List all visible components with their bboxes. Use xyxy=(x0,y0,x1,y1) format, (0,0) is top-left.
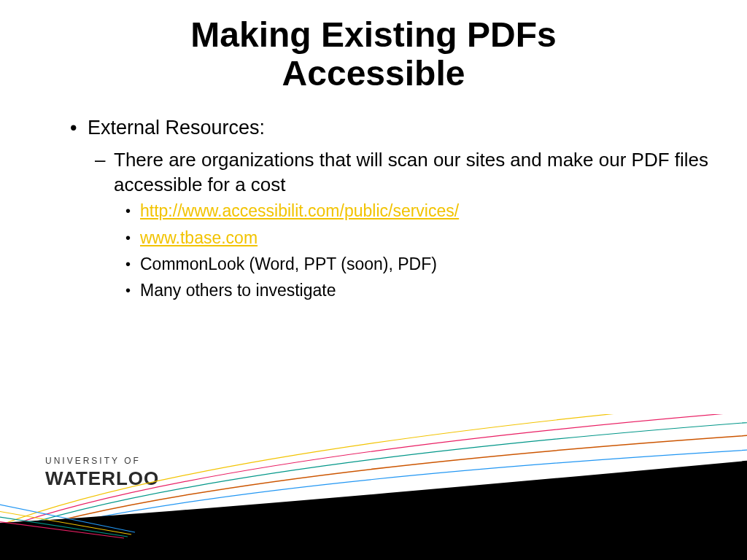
external-link[interactable]: www.tbase.com xyxy=(140,228,258,247)
title-line-1: Making Existing PDFs xyxy=(190,15,556,54)
list-item: There are organizations that will scan o… xyxy=(114,147,718,302)
list-item: External Resources: There are organizati… xyxy=(88,115,718,302)
list-item: http://www.accessibilit.com/public/servi… xyxy=(140,200,718,222)
sub-list: There are organizations that will scan o… xyxy=(88,147,718,302)
title-line-2: Accessible xyxy=(282,54,465,93)
external-link[interactable]: http://www.accessibilit.com/public/servi… xyxy=(140,201,459,220)
sub-text: There are organizations that will scan o… xyxy=(114,149,708,195)
university-logo: UNIVERSITY OF WATERLOO xyxy=(45,456,159,490)
bullet-list: External Resources: There are organizati… xyxy=(70,115,718,302)
list-item: www.tbase.com xyxy=(140,227,718,249)
list-item: Many others to investigate xyxy=(140,279,718,301)
sub-sub-list: http://www.accessibilit.com/public/servi… xyxy=(114,200,718,301)
logo-bottom-text: WATERLOO xyxy=(45,467,159,490)
item-text: CommonLook (Word, PPT (soon), PDF) xyxy=(140,254,437,273)
slide-title: Making Existing PDFs Accessible xyxy=(0,16,747,93)
item-text: Many others to investigate xyxy=(140,281,336,300)
logo-top-text: UNIVERSITY OF xyxy=(45,456,159,466)
slide: Making Existing PDFs Accessible External… xyxy=(0,0,747,560)
slide-content: External Resources: There are organizati… xyxy=(70,115,718,308)
list-item: CommonLook (Word, PPT (soon), PDF) xyxy=(140,253,718,275)
bullet-text: External Resources: xyxy=(88,117,265,139)
